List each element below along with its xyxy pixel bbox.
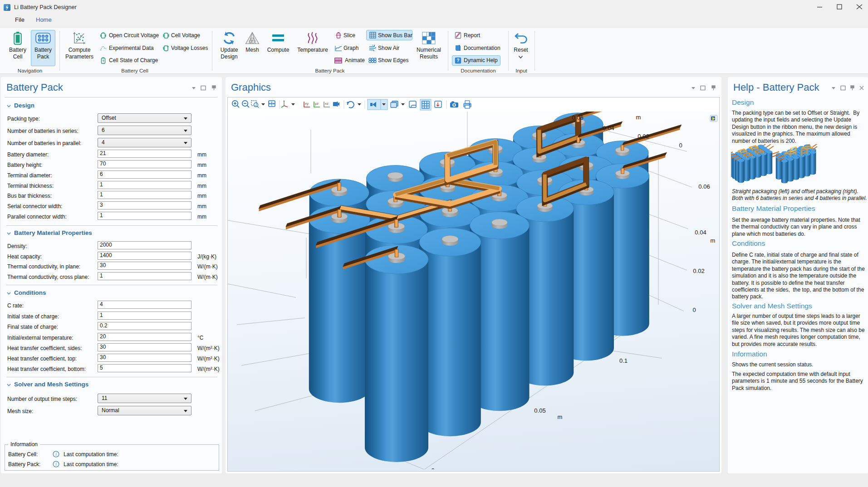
svg-text:0: 0 xyxy=(431,467,434,469)
svg-text:0.04: 0.04 xyxy=(695,229,706,236)
svg-text:0: 0 xyxy=(679,142,682,149)
svg-text:0.04: 0.04 xyxy=(603,125,614,131)
svg-text:i: i xyxy=(55,462,57,467)
svg-text:yz: yz xyxy=(315,102,319,106)
svg-text:0.02: 0.02 xyxy=(638,133,649,140)
svg-text:m: m xyxy=(636,114,641,121)
svg-text:xy: xy xyxy=(305,102,309,106)
svg-text:?: ? xyxy=(456,58,459,63)
svg-text:0.1: 0.1 xyxy=(619,357,628,364)
svg-text:0: 0 xyxy=(692,307,696,313)
svg-text:0.05: 0.05 xyxy=(534,407,545,414)
svg-text:0.02: 0.02 xyxy=(693,268,704,274)
svg-text:i: i xyxy=(55,452,57,457)
svg-text:xz: xz xyxy=(325,102,329,106)
svg-text:0.06: 0.06 xyxy=(698,183,710,190)
svg-text:0.06: 0.06 xyxy=(572,114,583,121)
svg-text:m: m xyxy=(558,414,563,420)
svg-text:m: m xyxy=(711,237,716,244)
